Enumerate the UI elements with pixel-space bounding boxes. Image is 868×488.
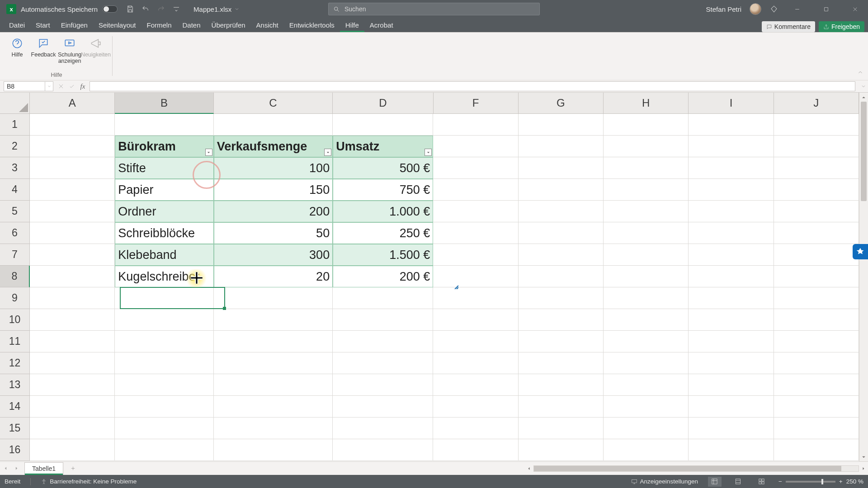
cell[interactable] <box>604 287 689 309</box>
cell[interactable] <box>689 396 774 418</box>
cell[interactable] <box>333 439 433 461</box>
column-header[interactable]: H <box>604 93 689 114</box>
cell[interactable] <box>519 201 604 222</box>
cell[interactable] <box>30 287 115 309</box>
cell[interactable] <box>115 439 213 461</box>
side-app-badge[interactable] <box>853 244 868 259</box>
cell[interactable] <box>433 244 518 266</box>
cell[interactable] <box>519 309 604 331</box>
cell[interactable]: Kugelschreiber <box>115 266 213 287</box>
close-button[interactable] <box>844 0 865 18</box>
tab-daten[interactable]: Daten <box>177 19 206 32</box>
column-header[interactable]: F <box>434 93 519 114</box>
row-header[interactable]: 10 <box>0 309 30 331</box>
cell[interactable] <box>30 157 115 179</box>
avatar[interactable] <box>750 3 761 15</box>
cell[interactable] <box>519 222 604 244</box>
cell[interactable] <box>433 114 518 136</box>
cell[interactable] <box>30 136 115 157</box>
cell[interactable] <box>689 222 774 244</box>
tab-nav-prev[interactable] <box>0 466 11 471</box>
formula-expand-icon[interactable] <box>859 84 868 89</box>
cell[interactable] <box>774 266 859 287</box>
save-icon[interactable] <box>126 5 135 14</box>
diamond-icon[interactable] <box>769 5 778 14</box>
cell[interactable] <box>30 418 115 439</box>
cell[interactable] <box>519 157 604 179</box>
hscroll-left-icon[interactable] <box>524 466 533 471</box>
cell[interactable] <box>214 396 333 418</box>
cell[interactable] <box>433 179 518 201</box>
cell[interactable] <box>214 309 333 331</box>
cell[interactable] <box>433 309 518 331</box>
cell[interactable]: 150 <box>214 179 333 201</box>
cell[interactable] <box>689 418 774 439</box>
cell[interactable] <box>519 136 604 157</box>
cell[interactable] <box>30 222 115 244</box>
tab-formeln[interactable]: Formeln <box>142 19 177 32</box>
tab-datei[interactable]: Datei <box>4 19 30 32</box>
row-headers[interactable]: 12345678910111213141516 <box>0 114 30 461</box>
cell[interactable] <box>689 266 774 287</box>
cell[interactable] <box>433 396 518 418</box>
filter-dropdown-icon[interactable] <box>205 149 212 156</box>
cell[interactable] <box>333 374 433 396</box>
cell[interactable]: Verkaufsmenge <box>214 136 333 157</box>
cell[interactable] <box>689 374 774 396</box>
cell[interactable] <box>604 418 689 439</box>
comments-button[interactable]: Kommentare <box>762 21 815 32</box>
toggle-switch[interactable] <box>102 5 118 13</box>
row-header[interactable]: 2 <box>0 136 30 157</box>
tab-hilfe[interactable]: Hilfe <box>340 19 364 32</box>
cell[interactable] <box>115 418 213 439</box>
cell[interactable] <box>433 222 518 244</box>
help-button[interactable]: Hilfe <box>5 35 30 66</box>
cell[interactable] <box>333 418 433 439</box>
row-header[interactable]: 6 <box>0 222 30 244</box>
cell[interactable] <box>214 352 333 374</box>
cell[interactable] <box>519 179 604 201</box>
cell[interactable] <box>689 331 774 352</box>
column-header[interactable]: C <box>214 93 333 114</box>
zoom-slider[interactable] <box>786 481 835 483</box>
cell[interactable]: Papier <box>115 179 213 201</box>
cell[interactable] <box>774 374 859 396</box>
cell[interactable] <box>30 352 115 374</box>
cell[interactable]: 200 € <box>333 266 433 287</box>
cell[interactable] <box>689 439 774 461</box>
row-header[interactable]: 9 <box>0 287 30 309</box>
minimize-button[interactable] <box>787 0 807 18</box>
column-header[interactable]: D <box>333 93 433 114</box>
row-header[interactable]: 8 <box>0 266 30 287</box>
cell[interactable] <box>30 374 115 396</box>
cell[interactable] <box>433 287 518 309</box>
cell[interactable] <box>214 287 333 309</box>
cell[interactable] <box>519 114 604 136</box>
cell[interactable] <box>689 179 774 201</box>
cell[interactable] <box>30 396 115 418</box>
cell[interactable] <box>604 244 689 266</box>
row-header[interactable]: 7 <box>0 244 30 266</box>
cell[interactable] <box>774 244 859 266</box>
cell[interactable] <box>774 179 859 201</box>
cell[interactable]: 200 <box>214 201 333 222</box>
cell[interactable] <box>333 396 433 418</box>
cell[interactable] <box>519 374 604 396</box>
cell[interactable] <box>604 114 689 136</box>
tab-ueberpruefen[interactable]: Überprüfen <box>206 19 251 32</box>
cell[interactable]: Bürokram <box>115 136 213 157</box>
cell[interactable] <box>604 374 689 396</box>
cell[interactable] <box>115 352 213 374</box>
filter-dropdown-icon[interactable] <box>324 149 331 156</box>
name-box-dropdown[interactable] <box>45 81 53 91</box>
view-page-break-button[interactable] <box>755 477 769 487</box>
zoom-out-icon[interactable]: − <box>778 478 782 485</box>
cell[interactable] <box>604 136 689 157</box>
zoom-in-icon[interactable]: + <box>839 478 843 485</box>
cell[interactable] <box>333 352 433 374</box>
cell[interactable] <box>433 201 518 222</box>
tab-start[interactable]: Start <box>30 19 56 32</box>
user-name[interactable]: Stefan Petri <box>706 5 741 13</box>
cell[interactable] <box>519 244 604 266</box>
cell[interactable] <box>519 287 604 309</box>
